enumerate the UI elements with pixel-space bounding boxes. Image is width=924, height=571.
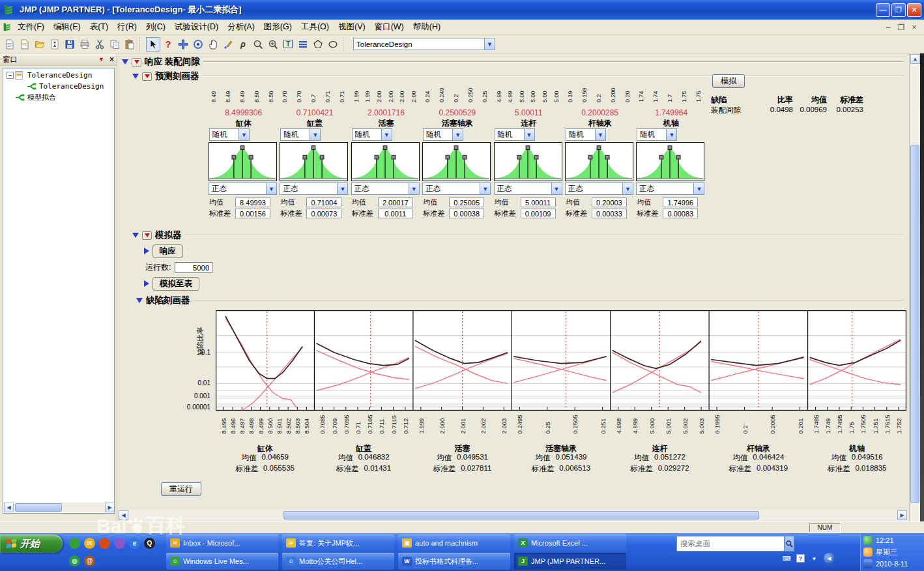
sampling-combo[interactable]: 随机▼: [495, 128, 535, 141]
red-triangle-menu-icon[interactable]: [132, 58, 141, 66]
sd-input[interactable]: 0.00038: [449, 209, 484, 218]
collapse-icon[interactable]: ▾: [809, 554, 819, 563]
grabber-tool-icon[interactable]: [206, 37, 220, 51]
menu-item-3[interactable]: 行(R): [113, 20, 141, 35]
chevron-down-icon[interactable]: ▼: [622, 183, 633, 194]
panel-close-icon[interactable]: ×: [109, 55, 114, 64]
save-icon[interactable]: [63, 37, 77, 51]
red-triangle-menu-icon[interactable]: [142, 72, 152, 81]
chevron-down-icon[interactable]: ▼: [551, 183, 562, 194]
sd-input[interactable]: 0.00083: [663, 209, 698, 218]
sampling-combo[interactable]: 随机▼: [209, 128, 250, 141]
distribution-combo[interactable]: 正态▼: [494, 183, 562, 195]
menu-item-2[interactable]: 表(T): [85, 20, 113, 35]
arrow-tool-icon[interactable]: [146, 37, 160, 51]
menu-item-0[interactable]: 文件(F): [13, 20, 49, 35]
globe-icon[interactable]: ◍: [69, 555, 80, 566]
menu-item-5[interactable]: 试验设计(D): [170, 20, 223, 35]
distribution-combo[interactable]: 正态▼: [280, 183, 348, 195]
bullseye-tool-icon[interactable]: [191, 37, 205, 51]
mean-input[interactable]: 1.74996: [663, 198, 698, 207]
task-button-7[interactable]: JJMP (JMP PARTNER...: [514, 553, 626, 570]
chevron-down-icon[interactable]: ▼: [238, 129, 249, 140]
chevron-down-icon[interactable]: ▼: [666, 129, 676, 140]
sampling-combo[interactable]: 随机▼: [566, 128, 606, 141]
zoom-tool-icon[interactable]: [266, 37, 280, 51]
response-node-button[interactable]: 响应: [152, 244, 183, 258]
scroll-thumb[interactable]: [15, 503, 62, 512]
brush-tool-icon[interactable]: [221, 37, 235, 51]
menu-item-11[interactable]: 帮助(H): [409, 20, 445, 35]
scroll-right-icon[interactable]: ▶: [105, 503, 115, 512]
distribution-histogram[interactable]: [422, 142, 491, 181]
messenger-icon[interactable]: [69, 538, 80, 549]
sampling-combo[interactable]: 随机▼: [352, 128, 392, 141]
sampling-combo[interactable]: 随机▼: [280, 128, 321, 141]
content-hscrollbar[interactable]: ◀ ▶: [119, 510, 907, 520]
chevron-down-icon[interactable]: ▼: [452, 129, 463, 140]
scroll-left-icon[interactable]: ◀: [4, 503, 14, 512]
menu-item-6[interactable]: 分析(A): [223, 20, 259, 35]
search-icon[interactable]: [785, 536, 794, 551]
chevron-down-icon[interactable]: ▼: [310, 129, 320, 140]
lasso-tool-icon[interactable]: ρ: [236, 37, 250, 51]
disclosure-right-icon[interactable]: [144, 280, 149, 287]
task-button-3[interactable]: XMicrosoft Excel ...: [514, 534, 626, 551]
scroll-thumb[interactable]: [910, 145, 919, 503]
help-tool-icon[interactable]: ?: [161, 37, 175, 51]
disclosure-right-icon[interactable]: [144, 248, 149, 254]
print-icon[interactable]: [78, 37, 92, 51]
ie-icon[interactable]: e: [129, 538, 140, 549]
task-button-5[interactable]: ☺Motto公关公司Hel...: [282, 553, 394, 570]
task-button-0[interactable]: ✉Inbox - Microsof...: [166, 534, 278, 551]
simulate-button[interactable]: 模拟: [712, 74, 745, 88]
restore-button[interactable]: ❐: [891, 3, 906, 17]
help-icon[interactable]: ?: [796, 554, 805, 563]
distribution-histogram[interactable]: [351, 142, 420, 181]
search-input[interactable]: [676, 536, 785, 551]
distribution-histogram[interactable]: [494, 142, 562, 181]
menu-item-9[interactable]: 视图(V): [334, 20, 370, 35]
distribution-combo[interactable]: 正态▼: [636, 183, 704, 195]
menu-item-10[interactable]: 窗口(W): [370, 20, 409, 35]
distribution-histogram[interactable]: [209, 142, 277, 181]
sampling-combo[interactable]: 随机▼: [423, 128, 463, 141]
mean-input[interactable]: 0.20003: [592, 198, 627, 207]
window-selector-combo[interactable]: ToleranceDesign ▼: [353, 38, 495, 50]
simulate-to-table-button[interactable]: 模拟至表: [152, 277, 199, 291]
at-icon[interactable]: @: [84, 555, 95, 566]
defect-profiler-plot[interactable]: [216, 310, 906, 411]
new-journal-icon[interactable]: [18, 37, 32, 51]
chevron-down-icon[interactable]: ▼: [480, 183, 490, 194]
mdi-close-button[interactable]: ×: [910, 23, 919, 32]
sd-input[interactable]: 0.00109: [521, 209, 556, 218]
sd-input[interactable]: 0.0011: [378, 209, 413, 218]
polygon-tool-icon[interactable]: [311, 37, 325, 51]
runs-input[interactable]: [175, 262, 212, 273]
scroll-left-icon[interactable]: ◀: [119, 510, 128, 520]
new-data-table-icon[interactable]: [3, 37, 17, 51]
disclosure-down-icon[interactable]: [136, 298, 143, 303]
sd-input[interactable]: 0.00033: [592, 209, 627, 218]
back-icon[interactable]: ◄: [824, 553, 835, 564]
open-icon[interactable]: [33, 37, 47, 51]
task-button-6[interactable]: W投标书格式科理备...: [398, 553, 510, 570]
chevron-down-icon[interactable]: ▼: [693, 183, 704, 194]
disclosure-down-icon[interactable]: [132, 74, 139, 79]
red-triangle-menu-icon[interactable]: [142, 231, 152, 240]
keyboard-icon[interactable]: ⌨: [782, 554, 792, 563]
tree-item-0[interactable]: −ToleranceDesign: [4, 70, 113, 81]
scroll-right-icon[interactable]: ▶: [897, 510, 907, 520]
disclosure-down-icon[interactable]: [122, 59, 128, 65]
distribution-combo[interactable]: 正态▼: [351, 183, 420, 195]
chevron-down-icon[interactable]: ▼: [266, 183, 276, 194]
vertical-scrollbar[interactable]: ▲: [909, 53, 920, 521]
mean-input[interactable]: 2.00017: [378, 198, 413, 207]
annotate-tool-icon[interactable]: T: [281, 37, 295, 51]
sidebar-hscrollbar[interactable]: ◀ ▶: [4, 503, 115, 512]
distribution-combo[interactable]: 正态▼: [422, 183, 491, 195]
tree-item-2[interactable]: 模型拟合: [4, 92, 113, 103]
mdi-minimize-button[interactable]: –: [884, 23, 893, 32]
ellipse-tool-icon[interactable]: [326, 37, 340, 51]
expander-icon[interactable]: −: [7, 72, 14, 79]
